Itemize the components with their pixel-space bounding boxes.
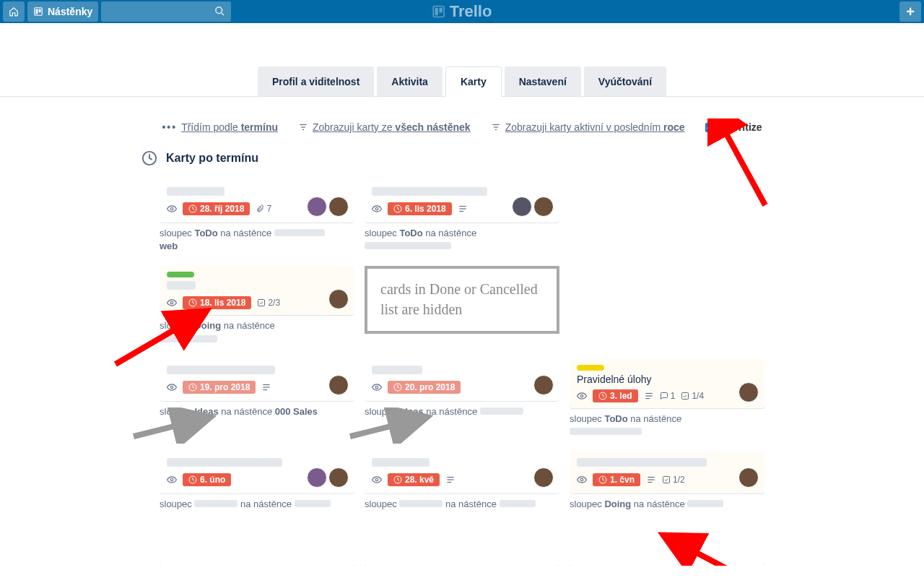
boards-label: Nástěnky (48, 6, 92, 17)
card[interactable]: 1. čvn 1/2 (570, 452, 764, 493)
filter-time[interactable]: Zobrazuji karty aktivní v posledním roce (491, 121, 685, 133)
card[interactable]: 6. lis 2018 (365, 181, 559, 223)
svg-rect-37 (682, 392, 689, 399)
tab-profile[interactable]: Profil a viditelnost (258, 66, 374, 96)
sort-pre: Třídím podle (181, 121, 240, 133)
filter-icon (298, 122, 308, 132)
filter-boards[interactable]: Zobrazuji karty ze všech nástěnek (298, 121, 471, 133)
clock-icon (141, 150, 157, 166)
card-meta: sloupec ToDo na nástěnce web (160, 227, 354, 253)
card-grid: 28. říj 2018 7 sloupec ToDo na nástěnce … (141, 181, 783, 566)
card-meta: sloupec Ideas na nástěnce 000 Sales (160, 405, 354, 418)
avatar (738, 467, 759, 488)
card[interactable]: 20. pro 2018 (365, 359, 559, 401)
due-badge: 18. lis 2018 (183, 296, 251, 309)
create-button[interactable]: + (899, 1, 921, 22)
card[interactable]: 18. lis 2018 2/3 (160, 266, 354, 315)
top-bar: Nástěnky Trello + (0, 0, 924, 23)
watch-icon (167, 382, 177, 392)
card-meta: sloupec Doing na nástěnce (570, 498, 764, 511)
svg-point-38 (170, 478, 173, 481)
svg-line-4 (222, 12, 225, 15)
card-members (307, 197, 349, 217)
avatar (533, 375, 554, 395)
redacted-title (577, 458, 707, 467)
search-icon (214, 6, 225, 17)
avatar (328, 467, 349, 488)
redacted-title (167, 458, 282, 467)
attachment-badge: 7 (256, 204, 271, 214)
due-badge: 6. lis 2018 (388, 202, 452, 215)
home-button[interactable] (3, 1, 25, 22)
redacted-title (167, 187, 225, 196)
label-yellow (577, 365, 604, 371)
watch-icon (167, 298, 177, 308)
avatar (307, 467, 327, 488)
redacted-title (167, 366, 275, 374)
search-wrap (101, 1, 231, 22)
avatar (738, 382, 759, 402)
app-logo: Trello (432, 2, 492, 21)
f2-val: roce (663, 121, 685, 133)
card[interactable]: Pravidelné úlohy 3. led 1 1/4 (570, 359, 764, 408)
section-title: Karty po termínu (166, 152, 258, 165)
tab-activity[interactable]: Aktivita (377, 66, 443, 96)
card[interactable]: 19. pro 2018 (160, 359, 354, 401)
redacted-title (372, 458, 430, 467)
watch-icon (167, 475, 177, 485)
tab-cards[interactable]: Karty (445, 66, 502, 97)
label-green (167, 272, 194, 277)
card-meta: sloupec na nástěnce (365, 498, 559, 511)
f1-val: všech nástěnek (395, 121, 470, 133)
ellipsis-icon: ••• (162, 121, 177, 133)
card[interactable]: 6. úno (160, 452, 354, 493)
svg-point-17 (375, 207, 378, 210)
avatar (328, 375, 349, 395)
redacted-title (167, 281, 196, 290)
svg-point-32 (580, 394, 583, 397)
due-date: 28. říj 2018 (200, 204, 244, 214)
boards-button[interactable]: Nástěnky (27, 1, 98, 22)
svg-rect-1 (36, 9, 38, 14)
description-icon (644, 391, 654, 401)
avatar (533, 197, 554, 217)
due-badge: 19. pro 2018 (183, 381, 256, 394)
card[interactable] (160, 524, 354, 566)
tab-billing[interactable]: Vyúčtování (584, 66, 666, 96)
prioritize-checkbox[interactable] (705, 123, 715, 132)
avatar (328, 289, 349, 309)
card-meta: sloupec Ideas na nástěnce (365, 405, 559, 418)
avatar (533, 467, 554, 488)
description-icon (261, 382, 271, 392)
card[interactable]: 28. říj 2018 7 (160, 181, 354, 223)
watch-icon (577, 391, 587, 401)
section-heading: Karty po termínu (141, 150, 783, 166)
f2-pre: Zobrazuji karty aktivní v posledním (505, 121, 663, 133)
prioritize-toggle[interactable]: Prioritize (705, 121, 762, 133)
filter-bar: ••• Třídím podle termínu Zobrazuji karty… (141, 97, 783, 150)
due-badge: 6. úno (183, 473, 231, 486)
due-badge: 20. pro 2018 (388, 381, 461, 394)
card[interactable] (365, 524, 559, 566)
svg-point-40 (375, 478, 378, 481)
card[interactable]: 28. kvě (365, 452, 559, 493)
redacted-title (372, 187, 487, 196)
svg-point-15 (170, 207, 173, 210)
checklist-badge: 1/2 (662, 475, 685, 485)
board-icon (33, 7, 43, 17)
tab-settings[interactable]: Nastavení (505, 66, 581, 96)
svg-rect-24 (258, 300, 265, 306)
card-meta: sloupec na nástěnce (160, 498, 354, 511)
tab-row: Profil a viditelnost Aktivita Karty Nast… (0, 66, 924, 97)
home-icon (9, 6, 19, 17)
comments-badge: 1 (660, 391, 676, 401)
card-meta: sloupec ToDo na nástěnce (570, 413, 764, 439)
svg-rect-50 (663, 477, 670, 483)
card[interactable] (570, 524, 764, 566)
svg-rect-7 (439, 8, 443, 13)
search-input[interactable] (101, 1, 231, 22)
svg-rect-0 (35, 8, 43, 16)
sort-control[interactable]: ••• Třídím podle termínu (162, 121, 278, 133)
redacted-title (372, 366, 422, 374)
due-badge: 1. čvn (593, 473, 640, 486)
